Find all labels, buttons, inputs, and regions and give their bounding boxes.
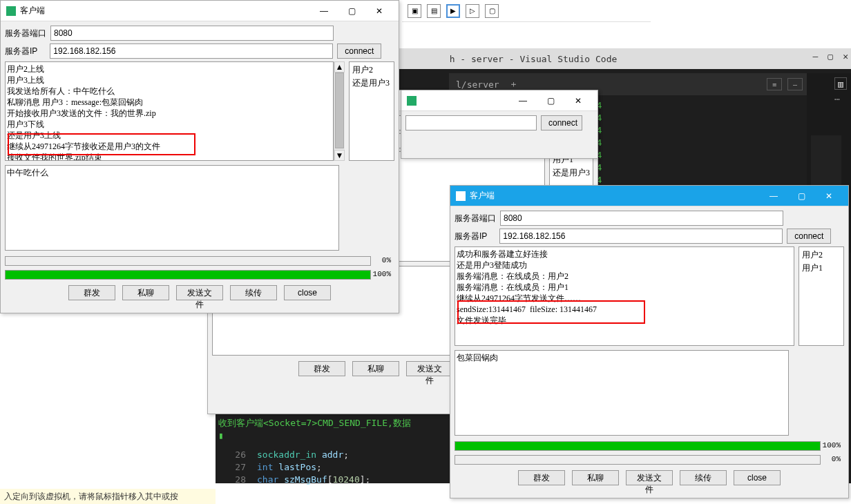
list-item[interactable]: 还是用户3: [551, 166, 591, 180]
private-button[interactable]: 私聊: [572, 470, 619, 485]
resume-button[interactable]: 续传: [680, 470, 727, 485]
terminal-minimize-icon[interactable]: —: [787, 78, 803, 90]
tool-icon-5[interactable]: ▢: [485, 4, 499, 18]
send-file-button[interactable]: 发送文件: [626, 470, 673, 485]
broadcast-button[interactable]: 群发: [68, 285, 115, 300]
annotation-redbox-2: [457, 300, 645, 324]
client3-window: 客户端 — ▢ ✕ 服务器端口 服务器IP connect 成功和服务器建立好连…: [450, 185, 849, 498]
minimize-button[interactable]: —: [310, 1, 338, 21]
maximize-button[interactable]: ▢: [338, 1, 365, 21]
close-button[interactable]: ✕: [365, 1, 393, 21]
app-icon: [456, 191, 466, 201]
app-icon: [407, 96, 417, 106]
port-label: 服务器端口: [455, 213, 496, 224]
send-file-button[interactable]: 发送文件: [176, 285, 223, 300]
action-buttons: 群发 私聊 发送文件 续传 close: [5, 285, 394, 300]
annotation-redbox-1: [8, 133, 195, 155]
close-button[interactable]: ✕: [564, 91, 592, 110]
maximize-button[interactable]: ▢: [787, 186, 815, 206]
gutter-line: 26: [222, 449, 257, 461]
vscode-minimize-button[interactable]: —: [813, 51, 819, 61]
input-area[interactable]: 包菜回锅肉: [455, 350, 789, 436]
close-button-action[interactable]: close: [734, 470, 781, 485]
terminal-recv-line: 收到客户端<Socket=7>CMD_SEND_FILE,数据: [216, 417, 450, 429]
ip-input[interactable]: [50, 43, 333, 59]
maximize-button[interactable]: ▢: [537, 91, 564, 110]
server-window-fragment: — ▢ ✕ connect: [401, 90, 598, 159]
progress-bar-lower: 100%: [5, 270, 371, 280]
broadcast-button[interactable]: 群发: [518, 470, 565, 485]
progress-text: 0%: [832, 455, 841, 463]
server-titlebar[interactable]: — ▢ ✕: [401, 90, 597, 111]
private-button[interactable]: 私聊: [352, 361, 399, 376]
editor-code-snippet: 26sockaddr_in addr; 27int lastPos; 28cha…: [216, 449, 450, 486]
panel-more-icon[interactable]: ⋯: [834, 94, 840, 104]
connect-button[interactable]: connect: [541, 115, 582, 130]
tool-icon-4[interactable]: ▷: [466, 4, 479, 18]
connect-button[interactable]: connect: [337, 43, 381, 59]
terminal-menu-icon[interactable]: ≡: [767, 78, 782, 90]
tool-icon-1[interactable]: ▣: [408, 4, 421, 18]
minimize-button[interactable]: —: [509, 91, 537, 110]
close-button[interactable]: ✕: [815, 186, 843, 206]
port-label: 服务器端口: [5, 28, 46, 39]
list-item[interactable]: 用户1: [801, 262, 842, 275]
panel-layout-icon[interactable]: ▥: [834, 77, 847, 90]
broadcast-button[interactable]: 群发: [298, 361, 345, 376]
terminal-cursor: ▮: [216, 429, 450, 442]
scroll-thumb[interactable]: [335, 72, 344, 148]
vm-hint-text: 入定向到该虚拟机，请将鼠标指针移入其中或按 Ctrl+G。: [4, 492, 178, 504]
client1-window: 客户端 — ▢ ✕ 服务器端口 服务器IP connect 用户2上线 用户3上…: [0, 0, 399, 313]
scrollbar[interactable]: ▲ ▼: [334, 61, 345, 161]
vscode-maximize-button[interactable]: ▢: [828, 51, 833, 61]
progress-text: 0%: [382, 256, 391, 264]
vm-hint-bar: 入定向到该虚拟机，请将鼠标指针移入其中或按 Ctrl+G。: [0, 489, 216, 504]
progress-text: 100%: [373, 270, 391, 278]
client1-titlebar[interactable]: 客户端 — ▢ ✕: [1, 1, 399, 21]
server-input[interactable]: [405, 115, 537, 130]
input-area[interactable]: 中午吃什么: [5, 165, 339, 251]
ip-label: 服务器IP: [455, 231, 487, 242]
vscode-close-button[interactable]: ✕: [843, 51, 848, 61]
message-log[interactable]: 成功和服务器建立好连接 还是用户3登陆成功 服务端消息：在线成员：用户2 服务端…: [455, 246, 794, 346]
gutter-line: 27: [222, 461, 257, 474]
progress-bar-upper: 100%: [455, 441, 821, 451]
progress-bar-lower: 0%: [455, 455, 821, 465]
port-input[interactable]: [500, 211, 783, 226]
port-input[interactable]: [50, 26, 334, 41]
tool-icon-run[interactable]: ▶: [446, 4, 460, 18]
progress-text: 100%: [823, 441, 841, 449]
close-button-action[interactable]: close: [284, 285, 331, 300]
vscode-window-controls: — ▢ ✕: [813, 51, 848, 61]
client3-titlebar[interactable]: 客户端 — ▢ ✕: [450, 186, 848, 206]
user-list[interactable]: 用户2 还是用户3: [349, 61, 394, 161]
resume-button[interactable]: 续传: [230, 285, 277, 300]
vscode-title: h - server - Visual Studio Code: [450, 54, 618, 64]
list-item[interactable]: 用户2: [351, 64, 392, 77]
ip-input[interactable]: [499, 229, 783, 244]
progress-bar-upper: 0%: [5, 256, 371, 266]
minimize-button[interactable]: —: [760, 186, 787, 206]
editor-toolbar: ▣ ▤ ▶ ▷ ▢: [402, 0, 651, 22]
gutter-line: 28: [222, 474, 257, 486]
user-list[interactable]: 用户2 用户1: [799, 246, 844, 346]
connect-button[interactable]: connect: [787, 229, 831, 244]
list-item[interactable]: 还是用户3: [351, 77, 392, 90]
scroll-down-icon[interactable]: ▼: [334, 150, 345, 161]
action-buttons: 群发 私聊 发送文件 续传 close: [455, 470, 844, 485]
terminal-add-tab-icon[interactable]: ＋: [509, 78, 518, 90]
ip-label: 服务器IP: [5, 46, 37, 57]
scroll-up-icon[interactable]: ▲: [334, 61, 345, 72]
terminal-tab[interactable]: l/server: [456, 79, 499, 90]
client1-title: 客户端: [20, 5, 310, 17]
private-button[interactable]: 私聊: [122, 285, 169, 300]
send-file-button[interactable]: 发送文件: [406, 361, 453, 376]
tool-icon-2[interactable]: ▤: [427, 4, 441, 18]
client3-title: 客户端: [470, 190, 760, 202]
list-item[interactable]: 用户2: [801, 249, 842, 262]
app-icon: [6, 6, 16, 16]
